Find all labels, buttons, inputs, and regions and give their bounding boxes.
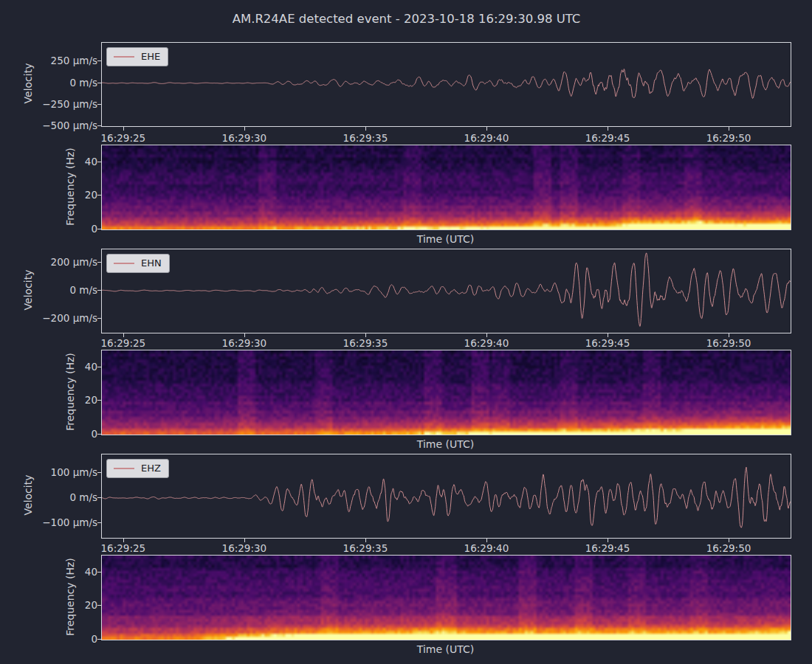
tick-mark (97, 522, 101, 523)
ehe-time-axis-label: Time (UTC) (101, 232, 790, 246)
x-tick-label: 16:29:30 (222, 542, 267, 555)
y-tick-label: −100 µm/s (42, 516, 97, 529)
tick-mark (97, 318, 101, 319)
tick-mark (729, 539, 729, 542)
tick-mark (729, 127, 729, 131)
x-tick-label: 16:29:25 (101, 542, 146, 555)
tick-mark (97, 497, 101, 498)
y-tick-label: 0 m/s (69, 76, 97, 89)
tick-mark (97, 60, 101, 61)
tick-mark (365, 333, 366, 337)
tick-mark (97, 104, 101, 105)
tick-mark (365, 127, 366, 131)
x-tick-label: 16:29:35 (343, 542, 388, 555)
x-tick-label: 16:29:35 (343, 336, 388, 350)
tick-mark (97, 605, 101, 606)
waveform-plot-ehn: EHN (101, 249, 791, 333)
y-tick-label: 0 m/s (69, 491, 97, 504)
x-tick-label: 16:29:45 (585, 336, 630, 350)
legend-ehn: EHN (106, 254, 170, 273)
figure: AM.R24AE detected event - 2023-10-18 16:… (0, 0, 812, 664)
y-tick-label: −250 µm/s (42, 97, 97, 111)
freq-tick-label: 40 (85, 565, 97, 578)
legend-label: EHE (141, 50, 160, 63)
tick-mark (97, 639, 101, 640)
figure-title: AM.R24AE detected event - 2023-10-18 16:… (62, 12, 751, 26)
x-tick-label: 16:29:30 (222, 131, 267, 145)
waveform-plot-ehz: EHZ (101, 454, 791, 539)
ehe-frequency-axis-label: Frequency (Hz) (63, 145, 77, 229)
legend-line-sample (114, 56, 134, 58)
tick-mark (97, 400, 101, 401)
ehz-time-axis-label: Time (UTC) (101, 643, 790, 656)
spectrogram-plot-ehn (101, 350, 791, 435)
x-tick-label: 16:29:40 (464, 131, 509, 145)
ehn-spectrogram-canvas (102, 350, 791, 435)
tick-mark (365, 539, 366, 542)
freq-tick-label: 40 (85, 155, 97, 168)
ehe-waveform-canvas (102, 43, 791, 126)
x-tick-label: 16:29:50 (706, 336, 751, 350)
tick-mark (608, 333, 608, 337)
x-tick-label: 16:29:35 (343, 131, 388, 145)
freq-tick-label: 0 (91, 632, 97, 646)
x-tick-label: 16:29:25 (101, 336, 146, 350)
y-tick-label: 200 µm/s (51, 255, 97, 269)
spectrogram-plot-ehe (101, 145, 791, 230)
y-tick-label: 0 m/s (69, 283, 97, 297)
tick-mark (123, 539, 124, 542)
y-tick-label: 100 µm/s (51, 466, 97, 479)
x-tick-label: 16:29:50 (706, 542, 751, 555)
ehz-spectrogram-canvas (102, 556, 791, 640)
legend-line-sample (114, 263, 134, 264)
tick-mark (486, 127, 487, 131)
freq-tick-label: 40 (85, 360, 97, 373)
legend-line-sample (114, 468, 134, 469)
ehn-time-axis-label: Time (UTC) (101, 438, 790, 451)
legend-label: EHN (141, 257, 162, 270)
x-tick-label: 16:29:25 (101, 131, 146, 145)
spectrogram-plot-ehz (101, 555, 791, 640)
y-tick-label: −500 µm/s (42, 119, 97, 132)
ehn-frequency-axis-label: Frequency (Hz) (63, 350, 77, 434)
tick-mark (608, 127, 608, 131)
x-tick-label: 16:29:45 (585, 542, 630, 555)
waveform-plot-ehe: EHE (101, 42, 791, 127)
tick-mark (123, 127, 124, 131)
tick-mark (97, 367, 101, 367)
tick-mark (97, 229, 101, 229)
y-tick-label: −200 µm/s (42, 311, 97, 325)
tick-mark (244, 127, 245, 131)
ehz-waveform-canvas (102, 454, 791, 538)
legend-ehe: EHE (106, 47, 168, 66)
ehe-velocity-axis-label: Velocity (21, 42, 35, 125)
tick-mark (244, 333, 245, 337)
tick-mark (729, 333, 729, 337)
tick-mark (97, 290, 101, 291)
tick-mark (97, 262, 101, 263)
legend-ehz: EHZ (106, 459, 169, 478)
x-tick-label: 16:29:45 (585, 131, 630, 145)
freq-tick-label: 0 (91, 222, 97, 235)
tick-mark (97, 572, 101, 573)
tick-mark (486, 539, 487, 542)
tick-mark (486, 333, 487, 337)
x-tick-label: 16:29:50 (706, 131, 751, 145)
tick-mark (97, 125, 101, 126)
ehe-spectrogram-canvas (102, 145, 791, 229)
x-tick-label: 16:29:30 (222, 336, 267, 350)
ehz-velocity-axis-label: Velocity (21, 454, 35, 537)
tick-mark (123, 333, 124, 337)
freq-tick-label: 20 (85, 393, 97, 407)
x-tick-label: 16:29:40 (464, 336, 509, 350)
tick-mark (97, 83, 101, 83)
x-tick-label: 16:29:40 (464, 542, 509, 555)
ehn-velocity-axis-label: Velocity (21, 249, 35, 332)
freq-tick-label: 20 (85, 598, 97, 612)
freq-tick-label: 20 (85, 188, 97, 201)
legend-label: EHZ (141, 462, 161, 475)
ehn-waveform-canvas (102, 249, 791, 333)
tick-mark (97, 434, 101, 435)
tick-mark (608, 539, 608, 542)
y-tick-label: 250 µm/s (51, 54, 97, 67)
